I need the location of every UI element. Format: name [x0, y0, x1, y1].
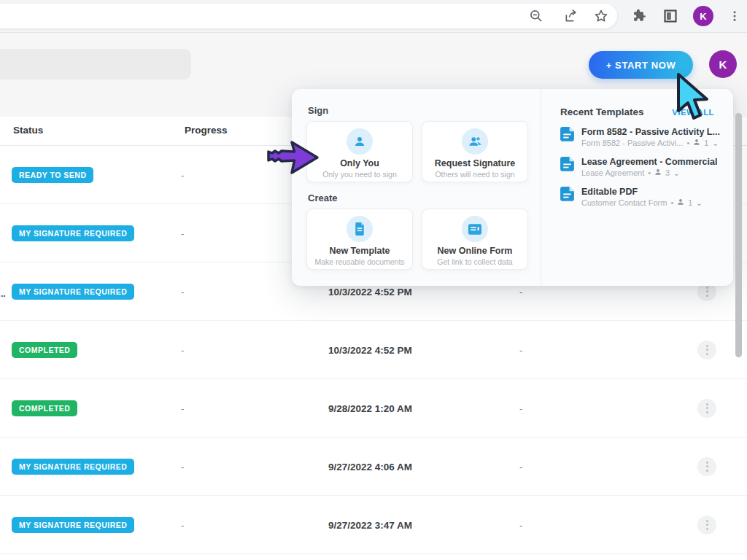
- date-value: 9/27/2022 4:06 AM: [328, 461, 412, 472]
- zoom-out-icon[interactable]: [527, 7, 546, 26]
- progress-value: -: [181, 286, 184, 297]
- table-row[interactable]: COMPLETED - 9/28/2022 1:20 AM -: [0, 379, 747, 438]
- status-badge[interactable]: MY SIGNATURE REQUIRED: [12, 517, 134, 533]
- dot-separator: •: [648, 168, 651, 177]
- table-row[interactable]: MY SIGNATURE REQUIRED - 9/27/2022 3:47 A…: [0, 496, 747, 554]
- column-header-status[interactable]: Status: [13, 125, 43, 136]
- menu-dots-icon[interactable]: [725, 7, 744, 26]
- extra-value: -: [519, 519, 522, 530]
- table-row[interactable]: COMPLETED - 10/3/2022 4:52 PM -: [0, 321, 747, 379]
- popup-actions-pane: Sign Only You Only you need to sign: [292, 89, 541, 286]
- dot-separator: •: [686, 139, 689, 147]
- user-avatar[interactable]: K: [709, 50, 737, 78]
- template-title: Editable PDF: [581, 187, 703, 197]
- new-template-title: New Template: [329, 246, 390, 256]
- status-badge[interactable]: MY SIGNATURE REQUIRED: [12, 284, 134, 300]
- side-panel-icon[interactable]: [661, 7, 680, 26]
- template-subtitle: Lease Agreement: [581, 168, 644, 177]
- extra-value: -: [519, 402, 522, 413]
- screen: K + START NOW K Status Progress READY TO…: [0, 0, 747, 560]
- recent-template-item[interactable]: Form 8582 - Passive Activity L... Form 8…: [560, 127, 724, 147]
- progress-value: -: [181, 461, 184, 472]
- status-badge[interactable]: MY SIGNATURE REQUIRED: [12, 459, 134, 475]
- signer-count: 3: [665, 168, 670, 177]
- only-you-subtitle: Only you need to sign: [322, 170, 397, 179]
- recent-templates-heading: Recent Templates: [560, 106, 644, 117]
- person-icon: [347, 128, 373, 155]
- request-signature-title: Request Signature: [435, 158, 515, 168]
- template-document-icon: [560, 127, 574, 147]
- row-actions-menu-icon[interactable]: [697, 399, 716, 418]
- truncated-document-name: ..: [1, 289, 6, 299]
- signer-person-icon: [693, 139, 700, 147]
- chevron-down-icon[interactable]: ⌄: [673, 169, 679, 177]
- new-template-subtitle: Make reusable documents: [314, 257, 404, 266]
- status-badge[interactable]: READY TO SEND: [12, 167, 93, 183]
- only-you-card[interactable]: Only You Only you need to sign: [306, 121, 413, 182]
- template-title: Form 8582 - Passive Activity L...: [581, 127, 720, 137]
- create-section-label: Create: [308, 192, 337, 203]
- status-badge[interactable]: MY SIGNATURE REQUIRED: [12, 225, 134, 241]
- extra-value: -: [519, 286, 522, 297]
- only-you-title: Only You: [340, 158, 379, 168]
- signer-count: 1: [704, 139, 708, 147]
- extra-value: -: [519, 461, 522, 472]
- progress-value: -: [181, 169, 184, 180]
- recent-template-item[interactable]: Lease Agreement - Commercial Lease Agree…: [560, 157, 724, 177]
- browser-profile-avatar[interactable]: K: [693, 6, 713, 26]
- progress-value: -: [181, 344, 184, 355]
- chevron-down-icon[interactable]: ⌄: [696, 199, 702, 207]
- column-header-progress[interactable]: Progress: [185, 125, 228, 136]
- signer-person-icon: [654, 168, 662, 177]
- date-value: 9/27/2022 3:47 AM: [328, 519, 412, 530]
- search-placeholder-bar[interactable]: [0, 49, 191, 79]
- people-icon: [462, 128, 488, 155]
- signer-count: 1: [688, 198, 692, 207]
- row-actions-menu-icon[interactable]: [697, 341, 716, 359]
- address-bar[interactable]: [0, 4, 617, 28]
- status-badge[interactable]: COMPLETED: [12, 400, 77, 416]
- request-signature-card[interactable]: Request Signature Others will need to si…: [422, 121, 528, 182]
- recent-templates-pane: Recent Templates VIEW ALL Form 8582 - Pa…: [541, 89, 733, 286]
- progress-value: -: [181, 402, 184, 413]
- view-all-link[interactable]: VIEW ALL: [672, 108, 714, 117]
- page-scrollbar[interactable]: [735, 113, 742, 357]
- date-value: 9/28/2022 1:20 AM: [328, 402, 412, 413]
- new-online-form-title: New Online Form: [438, 246, 513, 256]
- start-now-popup: Sign Only You Only you need to sign: [292, 89, 733, 286]
- signer-person-icon: [677, 198, 684, 207]
- new-online-form-card[interactable]: New Online Form Get link to collect data: [422, 209, 528, 270]
- dot-separator: •: [670, 198, 673, 207]
- template-subtitle: Form 8582 - Passive Activi...: [581, 139, 683, 147]
- share-icon[interactable]: [562, 7, 581, 26]
- date-value: 10/3/2022 4:52 PM: [328, 344, 412, 355]
- sign-section-label: Sign: [308, 105, 328, 116]
- status-badge[interactable]: COMPLETED: [12, 342, 77, 358]
- table-row[interactable]: MY SIGNATURE REQUIRED - 9/27/2022 4:06 A…: [0, 438, 747, 496]
- form-icon: [462, 216, 488, 242]
- template-document-icon: [560, 187, 574, 207]
- chevron-down-icon[interactable]: ⌄: [712, 139, 718, 147]
- extensions-icon[interactable]: [630, 7, 649, 26]
- template-document-icon: [560, 157, 574, 177]
- recent-template-item[interactable]: Editable PDF Customer Contact Form • 1 ⌄: [560, 187, 724, 207]
- document-icon: [347, 216, 373, 242]
- progress-value: -: [181, 228, 184, 238]
- row-actions-menu-icon[interactable]: [697, 457, 716, 476]
- template-subtitle: Customer Contact Form: [581, 198, 667, 207]
- row-actions-menu-icon[interactable]: [697, 516, 716, 534]
- star-icon[interactable]: [592, 7, 611, 26]
- progress-value: -: [181, 519, 184, 530]
- extra-value: -: [519, 344, 522, 355]
- new-template-card[interactable]: New Template Make reusable documents: [306, 209, 413, 270]
- date-value: 10/3/2022 4:52 PM: [328, 286, 412, 297]
- new-online-form-subtitle: Get link to collect data: [437, 257, 512, 266]
- browser-toolbar: K: [0, 0, 747, 33]
- start-now-button[interactable]: + START NOW: [589, 51, 693, 79]
- template-title: Lease Agreement - Commercial: [581, 157, 717, 167]
- request-signature-subtitle: Others will need to sign: [435, 170, 514, 179]
